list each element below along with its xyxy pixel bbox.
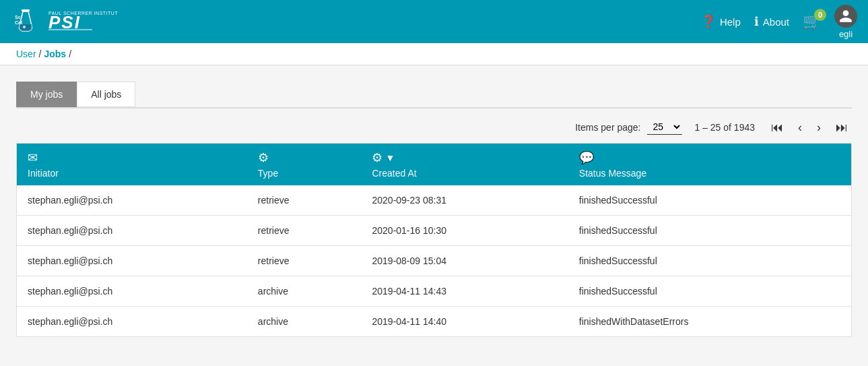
col-header-created-at[interactable]: ⚙ ▼ Created At xyxy=(361,144,568,186)
header-right: ❓ Help ℹ About 🛒 0 egli xyxy=(701,5,857,39)
cell-type: retrieve xyxy=(247,246,362,276)
svg-text:PAUL SCHERRER INSTITUT: PAUL SCHERRER INSTITUT xyxy=(48,11,118,16)
breadcrumb-bar: User / Jobs / xyxy=(0,43,868,65)
type-icon: ⚙ xyxy=(258,150,269,165)
svg-text:Sci: Sci xyxy=(15,15,22,20)
about-label: About xyxy=(763,16,789,28)
items-per-page-select[interactable]: 10 25 50 100 xyxy=(647,119,682,135)
page-info: 1 – 25 of 1943 xyxy=(694,122,755,133)
cell-type: archive xyxy=(247,276,362,307)
main-content: My jobs All jobs Items per page: 10 25 5… xyxy=(0,65,868,353)
table-row[interactable]: stephan.egli@psi.charchive2019-04-11 14:… xyxy=(17,307,852,337)
table-row[interactable]: stephan.egli@psi.chretrieve2019-08-09 15… xyxy=(17,246,852,276)
cell-status_message: finishedSuccessful xyxy=(568,246,852,276)
table-header-row: ✉ Initiator ⚙ Type ⚙ ▼ xyxy=(17,144,852,186)
table-row[interactable]: stephan.egli@psi.charchive2019-04-11 14:… xyxy=(17,276,852,307)
app-header: Sci Cat PSI PAUL SCHERRER INSTITUT ❓ Hel… xyxy=(0,0,868,43)
cell-type: archive xyxy=(247,307,362,337)
cart-button[interactable]: 🛒 0 xyxy=(803,13,821,30)
breadcrumb: User / Jobs / xyxy=(16,49,852,59)
about-icon: ℹ xyxy=(754,14,759,29)
help-link[interactable]: ❓ Help xyxy=(701,14,741,29)
help-label: Help xyxy=(720,16,741,28)
initiator-icon: ✉ xyxy=(28,150,38,165)
cart-badge: 0 xyxy=(814,9,826,21)
cell-initiator: stephan.egli@psi.ch xyxy=(17,216,247,246)
cell-created_at: 2020-09-23 08:31 xyxy=(361,185,568,216)
breadcrumb-sep-1: / xyxy=(39,49,42,59)
jobs-tabs: My jobs All jobs xyxy=(16,82,852,109)
jobs-table: ✉ Initiator ⚙ Type ⚙ ▼ xyxy=(16,143,852,337)
col-header-type: ⚙ Type xyxy=(247,144,362,186)
svg-text:Cat: Cat xyxy=(15,20,23,25)
table-row[interactable]: stephan.egli@psi.chretrieve2020-09-23 08… xyxy=(17,185,852,216)
help-icon: ❓ xyxy=(701,14,716,29)
status-icon: 💬 xyxy=(579,150,594,165)
cell-created_at: 2019-04-11 14:40 xyxy=(361,307,568,337)
cell-type: retrieve xyxy=(247,216,362,246)
cell-initiator: stephan.egli@psi.ch xyxy=(17,307,247,337)
cell-created_at: 2019-08-09 15:04 xyxy=(361,246,568,276)
psi-logo: PSI PAUL SCHERRER INSTITUT xyxy=(48,8,129,35)
first-page-button[interactable]: ⏮ xyxy=(767,120,787,135)
cell-created_at: 2019-04-11 14:43 xyxy=(361,276,568,307)
svg-point-1 xyxy=(23,26,26,28)
tab-all-jobs[interactable]: All jobs xyxy=(77,82,135,107)
user-name-label: egli xyxy=(839,29,853,39)
cell-status_message: finishedSuccessful xyxy=(568,276,852,307)
cell-initiator: stephan.egli@psi.ch xyxy=(17,276,247,307)
cell-initiator: stephan.egli@psi.ch xyxy=(17,185,247,216)
about-link[interactable]: ℹ About xyxy=(754,14,789,29)
header-left: Sci Cat PSI PAUL SCHERRER INSTITUT xyxy=(11,7,129,36)
cell-initiator: stephan.egli@psi.ch xyxy=(17,246,247,276)
user-menu[interactable]: egli xyxy=(834,5,857,39)
breadcrumb-sep-2: / xyxy=(69,49,71,59)
user-avatar[interactable] xyxy=(834,5,857,28)
cell-status_message: finishedSuccessful xyxy=(568,216,852,246)
cell-status_message: finishedSuccessful xyxy=(568,185,852,216)
items-per-page-label: Items per page: xyxy=(575,122,640,133)
scicat-logo[interactable]: Sci Cat xyxy=(11,7,40,36)
created-at-icon: ⚙ xyxy=(372,150,382,165)
tab-my-jobs[interactable]: My jobs xyxy=(16,82,77,107)
pagination-bar: Items per page: 10 25 50 100 1 – 25 of 1… xyxy=(16,119,852,135)
breadcrumb-jobs: Jobs xyxy=(44,49,66,59)
cell-type: retrieve xyxy=(247,185,362,216)
breadcrumb-user[interactable]: User xyxy=(16,49,36,59)
cell-created_at: 2020-01-16 10:30 xyxy=(361,216,568,246)
col-header-status: 💬 Status Message xyxy=(568,144,852,186)
last-page-button[interactable]: ⏭ xyxy=(832,120,852,135)
col-header-initiator: ✉ Initiator xyxy=(17,144,247,186)
sort-arrow-down: ▼ xyxy=(385,152,395,163)
cell-status_message: finishedWithDatasetErrors xyxy=(568,307,852,337)
table-body: stephan.egli@psi.chretrieve2020-09-23 08… xyxy=(17,185,852,337)
prev-page-button[interactable]: ‹ xyxy=(794,120,806,135)
next-page-button[interactable]: › xyxy=(813,120,825,135)
table-row[interactable]: stephan.egli@psi.chretrieve2020-01-16 10… xyxy=(17,216,852,246)
